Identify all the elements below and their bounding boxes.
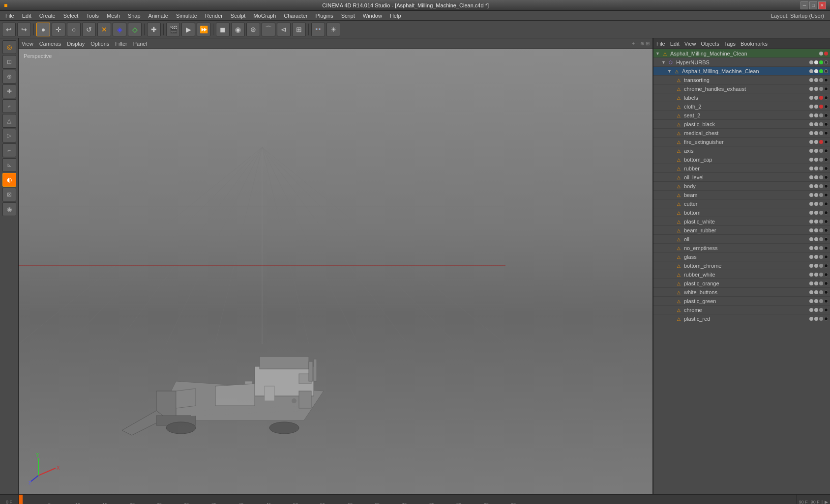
menu-select[interactable]: Select — [60, 12, 82, 20]
viewport-canvas[interactable]: Perspective — [19, 49, 652, 494]
vp-menu-panel[interactable]: Panel — [133, 41, 147, 47]
tree-item-medical-chest[interactable]: △ medical_chest — [653, 129, 830, 138]
tool7[interactable]: ▷ — [2, 129, 16, 142]
tree-item-white-buttons[interactable]: △ white_buttons — [653, 288, 830, 297]
tree-item-glass[interactable]: △ glass — [653, 252, 830, 261]
obj-panel-objects[interactable]: Objects — [701, 41, 719, 47]
object-tree[interactable]: ▼ △ Asphalt_Milling_Machine_Clean ▼ ⬡ Hy… — [653, 49, 830, 494]
tree-item-plastic-green[interactable]: △ plastic_green — [653, 297, 830, 306]
new-obj-btn[interactable]: ✚ — [147, 23, 161, 36]
light2-btn[interactable]: ☀ — [326, 23, 340, 36]
tree-item-no-emptiness[interactable]: △ no_emptiness — [653, 244, 830, 252]
menu-create[interactable]: Create — [36, 12, 59, 20]
tool4[interactable]: ✚ — [2, 84, 16, 98]
tree-item-oil[interactable]: △ oil — [653, 235, 830, 244]
vp-menu-filter[interactable]: Filter — [115, 41, 127, 47]
menu-sculpt[interactable]: Sculpt — [227, 12, 249, 20]
menu-plugins[interactable]: Plugins — [312, 12, 337, 20]
obj-panel-file[interactable]: File — [656, 41, 665, 47]
tool5[interactable]: ⌿ — [2, 99, 16, 113]
close-btn[interactable]: ✕ — [818, 1, 826, 9]
tree-item-plastic-black[interactable]: △ plastic_black — [653, 120, 830, 129]
tool-active[interactable]: ◐ — [2, 173, 16, 187]
menu-edit[interactable]: Edit — [19, 12, 35, 20]
undo-btn[interactable]: ↩ — [2, 23, 16, 36]
tree-item-root[interactable]: ▼ △ Asphalt_Milling_Machine_Clean — [653, 49, 830, 58]
tree-item-hypernurbs[interactable]: ▼ ⬡ HyperNURBS — [653, 58, 830, 67]
tree-item-plastic-orange[interactable]: △ plastic_orange — [653, 279, 830, 288]
tree-item-bottom-chrome[interactable]: △ bottom_chrome — [653, 261, 830, 270]
tree-item-beam-rubber[interactable]: △ beam_rubber — [653, 226, 830, 235]
vp-menu-options[interactable]: Options — [90, 41, 109, 47]
tree-item-rubber[interactable]: △ rubber — [653, 164, 830, 173]
box-select[interactable]: ⊡ — [2, 55, 16, 69]
transform2-btn[interactable]: ◈ — [113, 23, 126, 36]
menu-file[interactable]: File — [2, 12, 18, 20]
tree-item-transorting[interactable]: △ transorting — [653, 76, 830, 84]
tree-item-bottom-cap[interactable]: △ bottom_cap — [653, 155, 830, 164]
maximize-btn[interactable]: □ — [809, 1, 817, 9]
tool12[interactable]: ◉ — [2, 202, 16, 216]
move-btn[interactable]: ✛ — [52, 23, 65, 36]
render-view-btn[interactable]: 🎬 — [166, 23, 180, 36]
tree-item-fire-extinguisher[interactable]: △ fire_extinguisher — [653, 138, 830, 146]
viewport[interactable]: View Cameras Display Options Filter Pane… — [19, 38, 653, 494]
tool9[interactable]: ⊾ — [2, 158, 16, 172]
tree-item-plastic-red[interactable]: △ plastic_red — [653, 314, 830, 323]
tree-item-beam[interactable]: △ beam — [653, 191, 830, 199]
menu-mesh[interactable]: Mesh — [103, 12, 123, 20]
menu-window[interactable]: Window — [359, 12, 385, 20]
obj-panel-bookmarks[interactable]: Bookmarks — [741, 41, 768, 47]
minimize-btn[interactable]: ─ — [800, 1, 808, 9]
render3-btn[interactable]: ⏩ — [197, 23, 210, 36]
tree-item-axis[interactable]: △ axis — [653, 146, 830, 155]
menu-script[interactable]: Script — [338, 12, 358, 20]
tree-item-bottom[interactable]: △ bottom — [653, 208, 830, 217]
menu-mograph[interactable]: MoGraph — [250, 12, 279, 20]
spline-btn[interactable]: ⌒ — [262, 23, 275, 36]
select-btn[interactable]: ● — [36, 23, 50, 36]
render2-btn[interactable]: ▶ — [181, 23, 195, 36]
menu-tools[interactable]: Tools — [83, 12, 102, 20]
vp-menu-display[interactable]: Display — [67, 41, 85, 47]
transform3-btn[interactable]: ◇ — [128, 23, 142, 36]
timeline-ruler[interactable]: 5 10 15 20 25 30 35 40 45 50 55 60 65 70… — [19, 495, 797, 504]
tree-item-cutter[interactable]: △ cutter — [653, 199, 830, 208]
menu-help[interactable]: Help — [386, 12, 405, 20]
rotate-btn[interactable]: ↺ — [82, 23, 96, 36]
cam-btn[interactable]: ⊛ — [246, 23, 260, 36]
tree-item-body[interactable]: △ body — [653, 182, 830, 191]
select-tool[interactable]: ◎ — [2, 40, 16, 54]
light-btn[interactable]: ◉ — [231, 23, 245, 36]
obj-panel-tags[interactable]: Tags — [724, 41, 736, 47]
tool6[interactable]: △ — [2, 114, 16, 128]
tool11[interactable]: ⊠ — [2, 188, 16, 201]
mograph-btn[interactable]: ⊞ — [292, 23, 306, 36]
tree-item-ammc[interactable]: ▼ △ Asphalt_Milling_Machine_Clean — [653, 67, 830, 76]
vp-menu-view[interactable]: View — [22, 41, 33, 47]
menu-character[interactable]: Character — [280, 12, 311, 20]
menu-animate[interactable]: Animate — [145, 12, 172, 20]
menu-snap[interactable]: Snap — [124, 12, 144, 20]
tree-item-plastic-white[interactable]: △ plastic_white — [653, 217, 830, 226]
live-select[interactable]: ⊕ — [2, 70, 16, 84]
cube-btn[interactable]: ◼ — [216, 23, 230, 36]
deform-btn[interactable]: ⊲ — [277, 23, 291, 36]
tree-item-chrome-handles-exhaust[interactable]: △ chrome_handles_exhaust — [653, 84, 830, 93]
tree-item-rubber-white[interactable]: △ rubber_white — [653, 270, 830, 279]
scale-btn[interactable]: ○ — [67, 23, 81, 36]
tree-item-seat-2[interactable]: △ seat_2 — [653, 111, 830, 120]
obj-panel-view[interactable]: View — [684, 41, 696, 47]
menu-simulate[interactable]: Simulate — [173, 12, 201, 20]
menu-render[interactable]: Render — [202, 12, 226, 20]
tree-item-labels[interactable]: △ labels — [653, 93, 830, 102]
vp-menu-cameras[interactable]: Cameras — [39, 41, 61, 47]
transform-btn[interactable]: ✕ — [97, 23, 111, 36]
glasses-btn[interactable]: 👓 — [311, 23, 325, 36]
tree-item-cloth-2[interactable]: △ cloth_2 — [653, 102, 830, 111]
obj-panel-edit[interactable]: Edit — [670, 41, 680, 47]
tree-item-chrome[interactable]: △ chrome — [653, 306, 830, 314]
redo-btn[interactable]: ↪ — [17, 23, 31, 36]
tool8[interactable]: ⌐ — [2, 143, 16, 157]
tree-item-oil-level[interactable]: △ oil_level — [653, 173, 830, 182]
